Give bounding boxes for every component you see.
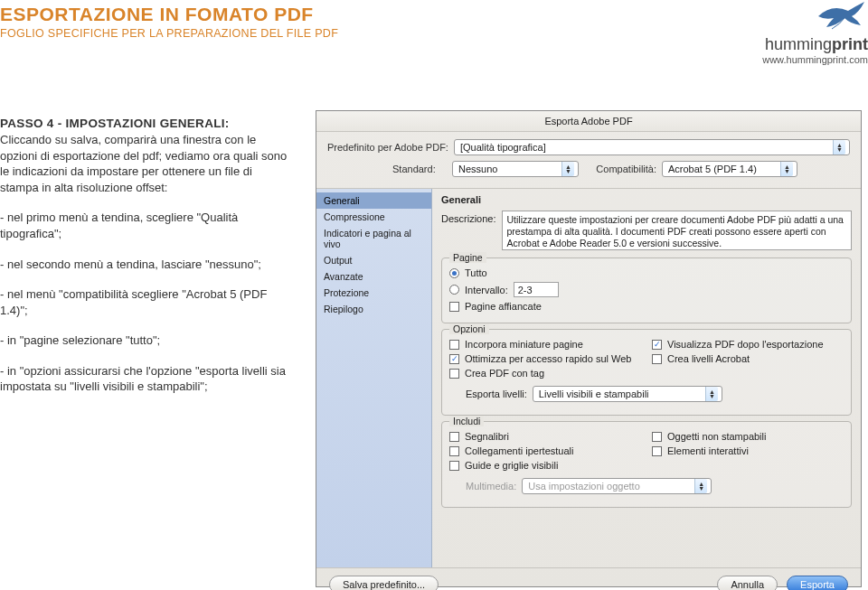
group-title-opzioni: Opzioni — [449, 323, 489, 334]
radio-intervallo[interactable]: Intervallo: 2-3 — [449, 282, 844, 297]
standard-dropdown[interactable]: Nessuno ▲▼ — [452, 161, 579, 177]
page-title: ESPORTAZIONE IN FOMATO PDF — [0, 4, 868, 25]
check-segnalibri[interactable]: Segnalibri — [449, 431, 641, 442]
chevron-updown-icon: ▲▼ — [833, 140, 845, 155]
export-layers-label: Esporta livelli: — [466, 389, 527, 399]
radio-icon — [449, 268, 459, 278]
brand-url: www.hummingprint.com — [762, 54, 868, 65]
hummingbird-icon — [814, 0, 868, 35]
sidebar-item-compressione[interactable]: Compressione — [316, 209, 431, 225]
checkbox-icon: ✓ — [652, 340, 662, 350]
group-pagine: Pagine Tutto Intervallo: 2-3 Pagine affi… — [441, 258, 852, 323]
checkbox-icon — [449, 340, 459, 350]
bullet-3: - nel menù "compatibilità scegliere "Acr… — [0, 286, 294, 318]
compat-dropdown[interactable]: Acrobat 5 (PDF 1.4) ▲▼ — [662, 161, 797, 177]
preset-label: Predefinito per Adobe PDF: — [327, 142, 448, 153]
chevron-updown-icon: ▲▼ — [705, 387, 718, 401]
check-guide-griglie[interactable]: Guide e griglie visibili — [449, 460, 641, 471]
export-pdf-dialog: Esporta Adobe PDF Predefinito per Adobe … — [316, 110, 862, 587]
checkbox-icon — [449, 461, 459, 471]
bullet-5: - in "opzioni assicurarsi che l'opzione … — [0, 363, 294, 395]
checkbox-icon — [449, 446, 459, 456]
multimedia-dropdown: Usa impostazioni oggetto ▲▼ — [522, 478, 712, 494]
instruction-column: PASSO 4 - IMPOSTAZIONI GENERALI: Cliccan… — [0, 116, 294, 409]
group-title-pagine: Pagine — [449, 252, 486, 263]
preset-dropdown[interactable]: [Qualità tipografica] ▲▼ — [454, 139, 850, 155]
radio-icon — [449, 285, 459, 295]
chevron-updown-icon: ▲▼ — [561, 162, 574, 176]
panel-heading: Generali — [441, 194, 852, 205]
check-ipertestuali[interactable]: Collegamenti ipertestuali — [449, 445, 641, 456]
checkbox-icon — [449, 302, 459, 312]
check-non-stampabili[interactable]: Oggetti non stampabili — [652, 431, 844, 442]
brand-block: hummingprint www.hummingprint.com — [762, 0, 868, 65]
export-layers-dropdown[interactable]: Livelli visibili e stampabili ▲▼ — [533, 386, 722, 402]
page-subtitle: FOGLIO SPECIFICHE PER LA PREPARAZIONE DE… — [0, 27, 868, 40]
checkbox-icon — [449, 432, 459, 442]
brand-name: hummingprint — [762, 35, 868, 54]
checkbox-icon — [449, 369, 459, 379]
chevron-updown-icon: ▲▼ — [780, 162, 793, 176]
compat-label: Compatibilità: — [584, 164, 656, 174]
checkbox-icon — [652, 446, 662, 456]
bullet-4: - in "pagine selezionare "tutto"; — [0, 332, 294, 349]
group-includi: Includi Segnalibri Collegamenti ipertest… — [441, 421, 852, 508]
sidebar-item-generali[interactable]: Generali — [316, 192, 431, 209]
checkbox-icon — [652, 354, 662, 364]
export-button[interactable]: Esporta — [787, 576, 848, 590]
dialog-title: Esporta Adobe PDF — [316, 111, 861, 132]
description-textarea[interactable]: Utilizzare queste impostazioni per crear… — [502, 211, 852, 250]
group-title-includi: Includi — [449, 416, 484, 426]
check-interattivi[interactable]: Elementi interattivi — [652, 445, 844, 456]
check-miniature[interactable]: Incorpora miniature pagine — [449, 339, 641, 350]
chevron-updown-icon: ▲▼ — [694, 479, 707, 493]
sidebar-item-riepilogo[interactable]: Riepilogo — [316, 301, 431, 317]
range-field[interactable]: 2-3 — [514, 282, 559, 297]
save-preset-button[interactable]: Salva predefinito... — [329, 576, 439, 590]
checkbox-icon: ✓ — [449, 354, 459, 364]
description-label: Descrizione: — [441, 211, 496, 224]
sidebar-item-indicatori[interactable]: Indicatori e pagina al vivo — [316, 225, 431, 252]
standard-label: Standard: — [392, 164, 447, 174]
check-tagged[interactable]: Crea PDF con tag — [449, 368, 641, 379]
check-pagine-affiancate[interactable]: Pagine affiancate — [449, 301, 844, 312]
multimedia-label: Multimedia: — [466, 481, 516, 492]
check-fastweb[interactable]: ✓Ottimizza per accesso rapido sul Web — [449, 353, 641, 364]
intro-text: Cliccando su salva, comparirà una finest… — [0, 133, 287, 194]
cancel-button[interactable]: Annulla — [717, 576, 778, 590]
sidebar-item-avanzate[interactable]: Avanzate — [316, 268, 431, 285]
bullet-2: - nel secondo menù a tendina, lasciare "… — [0, 257, 294, 273]
radio-tutto[interactable]: Tutto — [449, 267, 844, 278]
check-viewpdf[interactable]: ✓Visualizza PDF dopo l'esportazione — [652, 339, 844, 350]
sidebar-item-output[interactable]: Output — [316, 252, 431, 268]
checkbox-icon — [652, 432, 662, 442]
dialog-sidebar: Generali Compressione Indicatori e pagin… — [316, 189, 432, 567]
bullet-1: - nel primo menù a tendina, scegliere "Q… — [0, 210, 294, 241]
check-acrolayers[interactable]: Crea livelli Acrobat — [652, 353, 844, 364]
sidebar-item-protezione[interactable]: Protezione — [316, 285, 431, 301]
group-opzioni: Opzioni Incorpora miniature pagine ✓Otti… — [441, 329, 852, 416]
step-title: PASSO 4 - IMPOSTAZIONI GENERALI: — [0, 117, 230, 130]
